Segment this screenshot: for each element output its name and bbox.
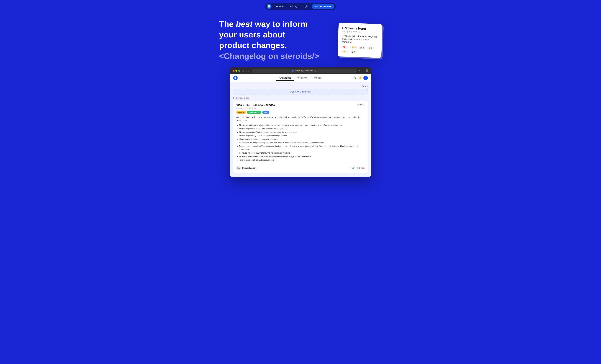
comment-actions: ✏ Edit 🗑 Delete [350, 167, 365, 169]
draft-badge: DRAFT [357, 103, 365, 106]
commenter-avatar: BA [236, 166, 241, 170]
list-item: Brings back the frameless Viso window de… [239, 145, 365, 151]
list-item: Fixes a scenario where the sidebar showi… [239, 155, 365, 158]
headline-prefix: The [219, 20, 236, 29]
list-item: Fixes a bug when trying to resize really… [239, 127, 365, 130]
card-reactions: ❤️ 0 😤 9 🔥 4 👍 5 👎 0 🤯 0 [341, 46, 378, 54]
tag-new[interactable]: new [262, 111, 269, 114]
changelog-bullet-list: Fixes a scenario where Viso couldn't nav… [236, 124, 365, 162]
headline-bold: best [236, 20, 253, 29]
hero-line2: your users about [219, 30, 329, 40]
browser-chrome: ◻ ◁ ▷ ephod.tryhermes.app 🔒 ⬆ ＋ ⬜ [230, 67, 371, 74]
add-tab-icon[interactable]: ＋ [362, 69, 364, 72]
list-item: Redesigned the image details panel. The … [239, 141, 365, 144]
hero-section: The best way to inform your users about … [207, 10, 394, 67]
reaction-thumbsdown: 👎 0 [341, 50, 349, 53]
app-content: Changelogs Workflows Widgets 🔍 🔔 Pavo ▾ … [230, 74, 371, 177]
card-body-bold: iPhone 13 Pro [358, 35, 371, 38]
add-changelog-button[interactable]: Add New Changelog [233, 89, 368, 95]
tab-workflows[interactable]: Workflows [294, 75, 311, 81]
app-logo [233, 76, 238, 80]
commenter-name: Bezaleel Ashefor [242, 167, 257, 169]
browser-controls: ◻ ◁ ▷ [242, 70, 250, 72]
list-item: Fixes a bug with the Toolbar being squas… [239, 131, 365, 134]
tab-changelogs[interactable]: Changelogs [276, 75, 294, 81]
browser-wrapper: ◻ ◁ ▷ ephod.tryhermes.app 🔒 ⬆ ＋ ⬜ [0, 67, 601, 183]
headline-suffix: way to inform [253, 20, 308, 29]
browser-right-icons: ⬆ ＋ ⬜ [359, 69, 368, 72]
nav-cta-button[interactable]: Try Hermes Free [312, 4, 334, 9]
browser-mock: ◻ ◁ ▷ ephod.tryhermes.app 🔒 ⬆ ＋ ⬜ [230, 67, 371, 177]
user-selector[interactable]: Pavo ▾ [362, 85, 368, 87]
refresh-icon[interactable]: ▷ [248, 70, 250, 72]
card-title: Hermes is Here! [342, 26, 379, 31]
pavo-bar: Pavo ▾ [233, 84, 368, 89]
list-item: Removes the redundancy of showing the su… [239, 152, 365, 154]
bell-icon[interactable]: 🔔 [358, 76, 361, 79]
close-dot[interactable] [233, 70, 234, 72]
card-date: Monday, May 22nd, 2023 [342, 30, 379, 33]
nav-pricing-link[interactable]: Pricing [288, 4, 300, 9]
nav-features-link[interactable]: Features [273, 4, 287, 9]
comment-row: BA Bezaleel Ashefor ✏ Edit 🗑 Delete [236, 164, 365, 170]
changelog-card: Viso 6 - 8.8 - Ballistic Changes DRAFT S… [233, 101, 368, 173]
hero-card-wrapper: Hermes is Here! Monday, May 22nd, 2023 C… [338, 23, 382, 57]
search-icon[interactable]: 🔍 [353, 76, 357, 79]
maximize-dot[interactable] [238, 70, 240, 72]
navbar: Features Pricing Login Try Hermes Free [265, 3, 336, 10]
app-body: Pavo ▾ Add New Changelog Sort: written b… [230, 82, 371, 177]
reaction-angry: 😤 9 [350, 46, 357, 49]
changelog-tags: bug-fix improvement new [236, 111, 365, 114]
app-topbar-right: 🔍 🔔 [353, 76, 368, 80]
tag-improvement[interactable]: improvement [247, 111, 261, 114]
list-item: Visual change to how the images are rend… [239, 138, 365, 141]
app-topbar: Changelogs Workflows Widgets 🔍 🔔 [230, 74, 371, 82]
reaction-thumbsup: 👍 5 [367, 46, 374, 50]
hero-text: The best way to inform your users about … [219, 20, 329, 61]
back-icon[interactable]: ◻ [242, 70, 244, 72]
nav-login-link[interactable]: Login [300, 4, 310, 9]
user-avatar[interactable] [363, 76, 368, 80]
hero-line3: product changes. [219, 41, 329, 50]
delete-button[interactable]: 🗑 Delete [357, 167, 365, 169]
sort-bar[interactable]: Sort: written by me ▾ [233, 97, 368, 99]
reaction-mindblown: 🤯 0 [350, 50, 357, 53]
card-body: Compared to the iPhone 13 Pro, we're str… [342, 34, 378, 45]
sort-chevron-icon: ▾ [250, 97, 250, 99]
list-item: Fixes a bug where you couldn't open some… [239, 134, 365, 137]
changelog-title: Viso 6 - 8.8 - Ballistic Changes [236, 103, 275, 107]
minimize-dot[interactable] [235, 70, 237, 72]
share-icon[interactable]: ⬆ [359, 69, 361, 72]
list-item: Fixes a scenario where Viso couldn't nav… [239, 124, 365, 127]
tab-widgets[interactable]: Widgets [311, 75, 325, 81]
app-nav-tabs: Changelogs Workflows Widgets [276, 75, 325, 81]
reaction-fire: 🔥 4 [358, 46, 365, 50]
url-text: ephod.tryhermes.app [295, 70, 313, 72]
forward-icon[interactable]: ◁ [245, 70, 247, 72]
card-body-prefix: Compared to the [342, 34, 358, 37]
hero-card: Hermes is Here! Monday, May 22nd, 2023 C… [337, 22, 382, 58]
sidebar-icon[interactable]: ⬜ [366, 69, 368, 72]
edit-button[interactable]: ✏ Edit [350, 167, 355, 169]
sort-label: Sort: written by me [233, 97, 249, 99]
browser-url-bar[interactable]: ephod.tryhermes.app 🔒 [252, 69, 357, 73]
list-item: Tons of more bug fixes and improvements [239, 158, 365, 162]
url-favicon [292, 70, 294, 72]
hero-headline: The best way to inform [219, 20, 329, 29]
changelog-description: Added a minimum size for pictures that w… [236, 116, 365, 122]
browser-dots [233, 70, 240, 72]
tag-bug-fix[interactable]: bug-fix [236, 111, 246, 114]
hero-tagline: <Changelog on steroids/> [219, 51, 329, 61]
changelog-date: Saturday, May 25th, 2024 [236, 107, 365, 109]
reaction-heart: ❤️ 0 [341, 46, 349, 49]
url-lock-icon: 🔒 [314, 70, 316, 72]
nav-logo [267, 4, 271, 9]
changelog-header: Viso 6 - 8.8 - Ballistic Changes DRAFT [236, 103, 365, 107]
